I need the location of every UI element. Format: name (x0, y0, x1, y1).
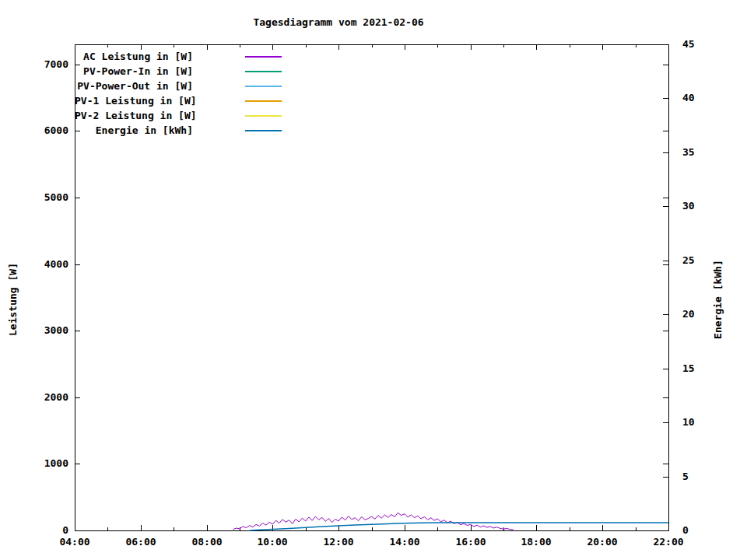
legend-row-energie: Energie in [kWh] (75, 123, 282, 138)
y1-tick-label: 7000 (44, 58, 68, 70)
x-tick-label: 18:00 (521, 536, 551, 548)
legend-line-sample (245, 71, 282, 72)
y2-tick-label: 25 (682, 254, 695, 266)
y1-tick-label: 2000 (44, 391, 68, 403)
y1-tick-label: 6000 (44, 124, 68, 136)
y1-tick-label: 3000 (44, 324, 68, 336)
x-tick-label: 10:00 (257, 536, 287, 548)
legend-label: PV-2 Leistung in [W] (75, 110, 193, 121)
legend-line-sample (245, 115, 282, 117)
y2-tick-label: 45 (682, 38, 695, 50)
chart-legend: AC Leistung in [W] PV-Power-In in [W] PV… (75, 49, 282, 138)
legend-label: Energie in [kWh] (75, 124, 193, 136)
y1-tick-label: 1000 (44, 457, 68, 469)
legend-line-sample (245, 130, 282, 131)
legend-label: PV-Power-In in [W] (75, 65, 193, 77)
y2-tick-label: 0 (682, 524, 689, 536)
legend-label: PV-1 Leistung in [W] (75, 95, 193, 107)
y2-tick-label: 15 (682, 362, 695, 374)
x-tick-label: 06:00 (125, 536, 156, 548)
legend-row-pv-power-out: PV-Power-Out in [W] (75, 79, 282, 93)
legend-row-pv-power-in: PV-Power-In in [W] (75, 64, 282, 79)
y1-tick-label: 4000 (44, 258, 68, 270)
y2-tick-label: 10 (682, 416, 695, 428)
legend-label: PV-Power-Out in [W] (75, 80, 193, 92)
y1-tick-label: 5000 (44, 191, 68, 203)
y2-tick-label: 40 (682, 92, 695, 103)
legend-row-ac-leistung: AC Leistung in [W] (75, 49, 282, 64)
x-tick-label: 20:00 (587, 536, 617, 548)
x-tick-label: 08:00 (191, 536, 222, 548)
y2-tick-label: 5 (682, 471, 689, 482)
legend-row-pv-1-leistung: PV-1 Leistung in [W] (75, 93, 282, 108)
y2-tick-label: 20 (682, 308, 695, 320)
x-tick-label: 14:00 (389, 536, 419, 548)
legend-line-sample (245, 56, 282, 58)
daily-pv-chart: Tagesdiagramm vom 2021-02-06 Leistung [W… (0, 0, 747, 560)
y2-tick-label: 30 (682, 200, 695, 212)
x-tick-label: 04:00 (59, 536, 89, 548)
y1-tick-label: 0 (62, 524, 68, 536)
x-tick-label: 22:00 (653, 536, 683, 548)
legend-line-sample (245, 100, 282, 102)
legend-label: AC Leistung in [W] (75, 51, 193, 62)
x-tick-label: 12:00 (323, 536, 353, 548)
x-tick-label: 16:00 (455, 536, 486, 548)
legend-line-sample (245, 86, 282, 87)
y2-tick-label: 35 (682, 146, 695, 158)
legend-row-pv-2-leistung: PV-2 Leistung in [W] (75, 108, 282, 123)
